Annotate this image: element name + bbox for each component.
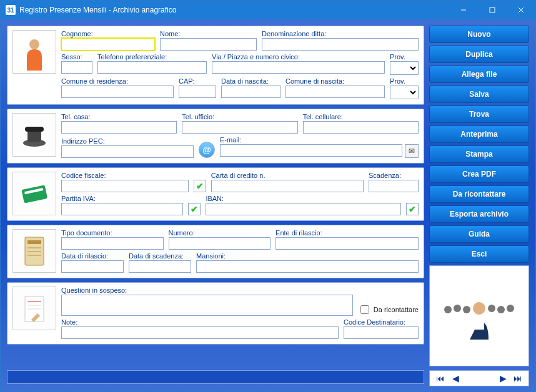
input-datascad[interactable]	[129, 260, 191, 273]
button-esporta[interactable]: Esporta archivio	[429, 205, 529, 223]
input-telcasa[interactable]	[61, 121, 177, 134]
input-cognome[interactable]	[61, 38, 155, 51]
input-numero[interactable]	[169, 237, 271, 250]
thumb-notes	[12, 287, 56, 330]
cf-check-icon[interactable]: ✔	[194, 180, 206, 192]
input-cdest[interactable]	[344, 326, 419, 339]
input-datan[interactable]	[221, 86, 280, 98]
close-button[interactable]	[507, 1, 535, 19]
iban-check-icon[interactable]: ✔	[406, 203, 419, 215]
input-cap[interactable]	[179, 86, 216, 98]
button-daricontattare[interactable]: Da ricontattare	[429, 185, 529, 203]
button-stampa[interactable]: Stampa	[429, 145, 529, 163]
input-telpref[interactable]	[97, 61, 207, 74]
input-ente[interactable]	[275, 237, 419, 250]
label-comunen: Comune di nascita:	[285, 77, 385, 85]
label-denom: Denominazione ditta:	[262, 30, 419, 37]
svg-rect-1	[490, 7, 495, 12]
label-dataril: Data di rilascio:	[61, 252, 124, 260]
input-dataril[interactable]	[61, 260, 124, 273]
thumb-card	[12, 172, 56, 215]
thumb-doc	[12, 229, 56, 273]
button-esci[interactable]: Esci	[429, 245, 529, 263]
nav-prev-icon[interactable]: ◀	[450, 373, 461, 384]
label-piva: Partita IVA:	[61, 195, 183, 202]
input-denom[interactable]	[262, 38, 419, 51]
button-nuovo[interactable]: Nuovo	[429, 26, 529, 43]
label-scad: Scadenza:	[369, 172, 419, 179]
thumb-phone	[12, 113, 56, 157]
input-teluff[interactable]	[182, 121, 297, 134]
app-window: 31 Registro Presenze Mensili - Archivio …	[0, 0, 536, 392]
input-scad[interactable]	[369, 180, 419, 192]
panel-fisco: Codice fiscale: ✔ Carta di credito n. Sc…	[7, 167, 424, 221]
panel-anagrafica: Cognome: Nome: Denominazione ditta: Sess…	[7, 26, 424, 105]
app-icon: 31	[6, 5, 16, 15]
input-piva[interactable]	[61, 203, 183, 215]
button-anteprima[interactable]: Anteprima	[429, 125, 529, 143]
button-allega[interactable]: Allega file	[429, 66, 529, 83]
input-comunen[interactable]	[285, 86, 385, 98]
email-action-button[interactable]: ✉	[405, 144, 419, 158]
piva-check-icon[interactable]: ✔	[188, 203, 201, 215]
input-cc[interactable]	[211, 180, 364, 192]
label-prov2: Prov.	[390, 77, 419, 85]
label-nome: Nome:	[160, 30, 257, 37]
input-iban[interactable]	[206, 203, 401, 215]
titlebar: 31 Registro Presenze Mensili - Archivio …	[1, 1, 535, 19]
label-cap: CAP:	[179, 77, 216, 85]
button-trova[interactable]: Trova	[429, 105, 529, 123]
input-email[interactable]	[220, 144, 402, 157]
nav-first-icon[interactable]: ⏮	[435, 373, 446, 384]
svg-point-26	[507, 305, 514, 312]
panel-documento: Tipo documento: Numero: Ente di rilascio…	[7, 225, 424, 278]
select-prov2[interactable]	[390, 86, 419, 99]
maximize-button[interactable]	[478, 1, 507, 19]
input-via[interactable]	[212, 61, 385, 74]
email-icon: @	[199, 142, 215, 158]
svg-point-22	[454, 305, 461, 312]
nav-next-icon[interactable]: ▶	[497, 373, 509, 384]
label-cf: Codice fiscale:	[61, 172, 189, 179]
svg-point-25	[497, 306, 505, 313]
button-salva[interactable]: Salva	[429, 86, 529, 103]
input-nome[interactable]	[160, 38, 257, 51]
label-questioni: Questioni in sospeso:	[61, 287, 353, 294]
label-telcasa: Tel. casa:	[61, 113, 177, 120]
label-telcell: Tel. cellulare:	[303, 113, 419, 120]
button-column: Nuovo Duplica Allega file Salva Trova An…	[429, 26, 529, 366]
input-telcell[interactable]	[303, 121, 419, 134]
panel-note: Questioni in sospeso: Da ricontattare No…	[7, 282, 424, 345]
panel-telefoni: Tel. casa: Tel. ufficio: Tel. cellulare:…	[7, 109, 424, 164]
button-duplica[interactable]: Duplica	[429, 46, 529, 63]
nav-last-icon[interactable]: ⏭	[512, 373, 524, 384]
input-cf[interactable]	[61, 180, 189, 192]
label-numero: Numero:	[169, 229, 271, 237]
input-note[interactable]	[61, 326, 339, 339]
checkbox-daric-input[interactable]	[360, 305, 369, 314]
label-sesso: Sesso:	[61, 53, 92, 61]
input-sesso[interactable]	[61, 61, 92, 74]
button-pdf[interactable]: Crea PDF	[429, 165, 529, 183]
minimize-button[interactable]	[449, 1, 478, 19]
input-pec[interactable]	[61, 145, 194, 158]
input-tipodoc[interactable]	[61, 237, 164, 250]
button-guida[interactable]: Guida	[429, 225, 529, 243]
svg-point-23	[463, 306, 470, 313]
label-iban: IBAN:	[206, 195, 401, 202]
label-datascad: Data di scadenza:	[129, 252, 191, 260]
thumb-person	[12, 30, 56, 74]
checkbox-daricontattare[interactable]: Da ricontattare	[358, 303, 419, 316]
input-comuneres[interactable]	[61, 86, 174, 98]
svg-rect-8	[25, 127, 44, 132]
window-title: Registro Presenze Mensili - Archivio ana…	[19, 6, 176, 14]
svg-point-24	[488, 305, 495, 312]
svg-point-5	[29, 39, 39, 49]
label-comuneres: Comune di residenza:	[61, 77, 174, 85]
input-mansioni[interactable]	[196, 260, 419, 273]
crowd-image	[429, 265, 529, 366]
input-questioni[interactable]	[61, 295, 353, 316]
status-bar	[7, 370, 424, 384]
svg-rect-7	[27, 130, 41, 142]
select-prov1[interactable]	[390, 61, 419, 75]
